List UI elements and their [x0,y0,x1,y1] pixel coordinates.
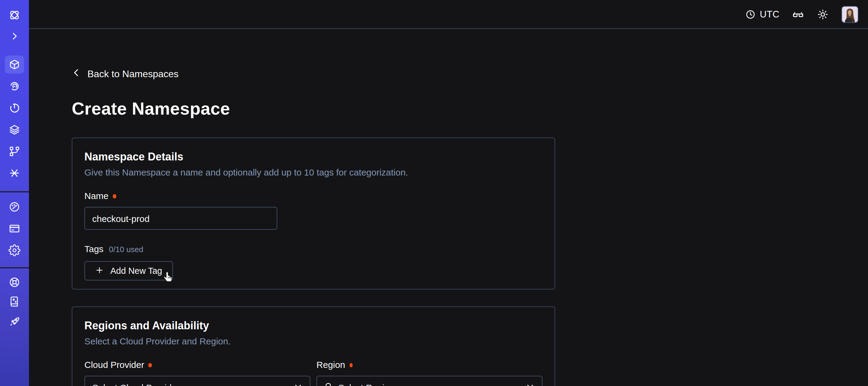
sidebar-item-docs[interactable] [5,292,24,310]
theme-sun-icon[interactable] [817,8,829,20]
card-subtitle: Select a Cloud Provider and Region. [84,335,542,347]
search-icon [324,382,333,386]
app-window: UTC [0,0,868,386]
cloud-provider-label-row: Cloud Provider [84,359,310,370]
plus-icon [95,266,104,276]
namespace-details-card: Namespace Details Give this Namespace a … [72,138,555,290]
name-field-label-row: Name [84,190,542,202]
region-select[interactable]: Select Region [316,376,542,386]
sidebar-item-billing[interactable] [5,219,24,237]
top-header: UTC [29,0,868,29]
sidebar-item-schedules[interactable] [5,99,24,117]
back-to-namespaces-link[interactable]: Back to Namespaces [72,68,179,80]
required-dot [148,363,152,367]
name-label: Name [84,190,108,202]
tags-count: 0/10 used [109,245,143,254]
temporal-logo-icon[interactable] [5,6,24,24]
sidebar-item-batch-operations[interactable] [5,142,24,160]
region-label-row: Region [316,359,542,370]
cloud-provider-placeholder: Select Cloud Provider [92,382,289,386]
sidebar-item-nexus[interactable] [5,164,24,182]
sidebar [0,0,29,386]
sidebar-item-getting-started[interactable] [5,312,24,330]
card-title: Regions and Availability [84,319,542,333]
add-new-tag-label: Add New Tag [110,266,162,276]
cloud-provider-select[interactable]: Select Cloud Provider [84,376,310,386]
cloud-provider-label: Cloud Provider [84,359,144,370]
expand-sidebar-chevron-icon[interactable] [5,27,24,45]
page-title: Create Namespace [72,97,868,120]
required-dot [113,195,116,199]
timezone-selector[interactable]: UTC [745,9,779,20]
sidebar-divider [0,191,29,192]
regions-availability-card: Regions and Availability Select a Cloud … [72,306,555,386]
timezone-label: UTC [760,9,779,20]
main-content: Back to Namespaces Create Namespace Name… [29,29,868,386]
sidebar-item-deployments[interactable] [5,121,24,139]
sidebar-item-namespaces[interactable] [5,56,24,73]
region-field: Region Select Region [316,359,542,386]
clock-icon [745,9,755,20]
sidebar-item-usage[interactable] [5,198,24,216]
labs-glasses-icon[interactable] [792,8,804,20]
back-link-label: Back to Namespaces [87,68,179,79]
add-new-tag-button[interactable]: Add New Tag [84,261,173,280]
card-title: Namespace Details [84,150,542,165]
user-avatar[interactable] [841,6,858,23]
namespace-name-input[interactable] [84,207,277,230]
card-subtitle: Give this Namespace a name and optionall… [84,166,542,179]
provider-region-row: Cloud Provider Select Cloud Provider Reg… [84,359,542,386]
chevron-down-icon [526,382,535,386]
tags-label-row: Tags 0/10 used [84,244,542,254]
sidebar-divider [0,267,29,268]
sidebar-item-support[interactable] [5,273,24,291]
sidebar-item-settings[interactable] [5,241,24,259]
chevron-left-icon [72,68,81,80]
region-placeholder: Select Region [338,382,521,386]
region-label: Region [316,359,345,370]
cloud-provider-field: Cloud Provider Select Cloud Provider [84,359,310,386]
chevron-down-icon [293,382,303,386]
tags-label: Tags [84,244,103,254]
required-dot [349,363,352,367]
sidebar-item-workflows[interactable] [5,77,24,95]
